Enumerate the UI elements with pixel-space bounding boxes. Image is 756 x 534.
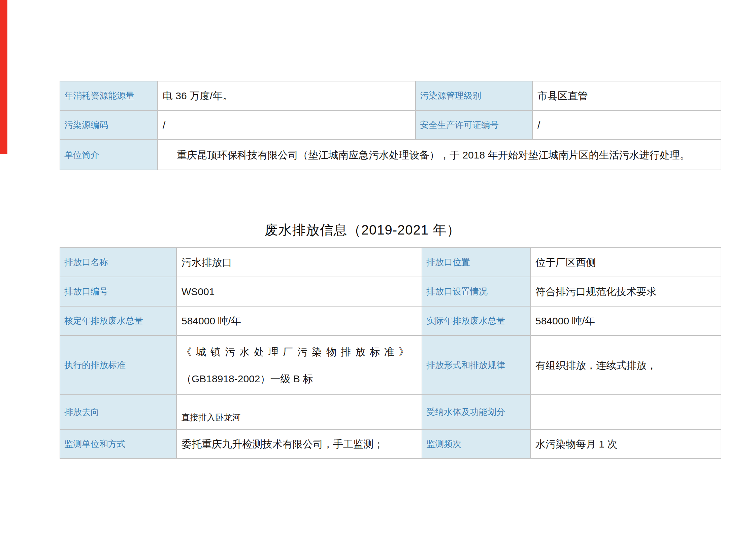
field-value-actual-discharge-total: 584000 吨/年	[530, 306, 721, 335]
field-label-outlet-name: 排放口名称	[60, 248, 176, 277]
field-value-safety-license-no: /	[532, 110, 721, 140]
field-label-discharge-standard: 执行的排放标准	[60, 335, 176, 395]
table-row: 核定年排放废水总量 584000 吨/年 实际年排放废水总量 584000 吨/…	[60, 306, 721, 335]
field-label-safety-license-no: 安全生产许可证编号	[416, 110, 532, 140]
field-value-outlet-location: 位于厂区西侧	[530, 248, 721, 277]
field-value-outlet-name: 污水排放口	[176, 248, 422, 277]
table-row: 排放口名称 污水排放口 排放口位置 位于厂区西侧	[60, 248, 721, 277]
field-label-discharge-destination: 排放去向	[60, 395, 176, 429]
field-label-approved-discharge-total: 核定年排放废水总量	[60, 306, 176, 335]
wastewater-discharge-table: 排放口名称 污水排放口 排放口位置 位于厂区西侧 排放口编号 WS001 排放口…	[60, 247, 721, 459]
field-value-receiving-water-body	[530, 395, 721, 429]
table-row: 排放去向 直接排入卧龙河 受纳水体及功能划分	[60, 395, 721, 429]
table-row: 年消耗资源能源量 电 36 万度/年。 污染源管理级别 市县区直管	[60, 81, 721, 110]
field-value-outlet-number: WS001	[176, 277, 422, 306]
table-row: 单位简介 重庆昆顶环保科技有限公司（垫江城南应急污水处理设备），于 2018 年…	[60, 140, 721, 170]
discharge-standard-line1: 《城镇污水处理厂污染物排放标准》	[182, 339, 417, 365]
field-value-discharge-standard: 《城镇污水处理厂污染物排放标准》 （GB18918-2002）一级 B 标	[176, 335, 422, 395]
section-title-wrap: 废水排放信息（2019-2021 年）	[0, 221, 725, 239]
field-label-outlet-location: 排放口位置	[422, 248, 530, 277]
field-value-monitoring-unit-method: 委托重庆九升检测技术有限公司，手工监测；	[176, 429, 422, 459]
table-row: 排放口编号 WS001 排放口设置情况 符合排污口规范化技术要求	[60, 277, 721, 306]
table-row: 污染源编码 / 安全生产许可证编号 /	[60, 110, 721, 140]
field-label-actual-discharge-total: 实际年排放废水总量	[422, 306, 530, 335]
document-page: 年消耗资源能源量 电 36 万度/年。 污染源管理级别 市县区直管 污染源编码 …	[0, 0, 756, 534]
field-value-company-profile: 重庆昆顶环保科技有限公司（垫江城南应急污水处理设备），于 2018 年开始对垫江…	[158, 140, 721, 170]
field-label-annual-energy: 年消耗资源能源量	[60, 81, 158, 110]
field-label-discharge-form: 排放形式和排放规律	[422, 335, 530, 395]
field-label-monitoring-frequency: 监测频次	[422, 429, 530, 459]
field-value-outlet-setup: 符合排污口规范化技术要求	[530, 277, 721, 306]
field-value-management-level: 市县区直管	[532, 81, 721, 110]
field-value-approved-discharge-total: 584000 吨/年	[176, 306, 422, 335]
field-label-receiving-water-body: 受纳水体及功能划分	[422, 395, 530, 429]
field-value-discharge-form: 有组织排放，连续式排放，	[530, 335, 721, 395]
table-row: 监测单位和方式 委托重庆九升检测技术有限公司，手工监测； 监测频次 水污染物每月…	[60, 429, 721, 459]
field-label-monitoring-unit-method: 监测单位和方式	[60, 429, 176, 459]
field-label-outlet-setup: 排放口设置情况	[422, 277, 530, 306]
field-value-monitoring-frequency: 水污染物每月 1 次	[530, 429, 721, 459]
field-label-company-profile: 单位简介	[60, 140, 158, 170]
field-value-discharge-destination: 直接排入卧龙河	[176, 395, 422, 429]
field-label-outlet-number: 排放口编号	[60, 277, 176, 306]
field-value-annual-energy: 电 36 万度/年。	[158, 81, 416, 110]
field-label-management-level: 污染源管理级别	[416, 81, 532, 110]
field-label-pollution-source-code: 污染源编码	[60, 110, 158, 140]
field-value-pollution-source-code: /	[158, 110, 416, 140]
section-title: 废水排放信息（2019-2021 年）	[265, 222, 460, 237]
facility-info-table: 年消耗资源能源量 电 36 万度/年。 污染源管理级别 市县区直管 污染源编码 …	[60, 81, 721, 170]
table-row: 执行的排放标准 《城镇污水处理厂污染物排放标准》 （GB18918-2002）一…	[60, 335, 721, 395]
left-margin-red-marker	[0, 0, 7, 154]
discharge-standard-line2: （GB18918-2002）一级 B 标	[182, 365, 417, 392]
